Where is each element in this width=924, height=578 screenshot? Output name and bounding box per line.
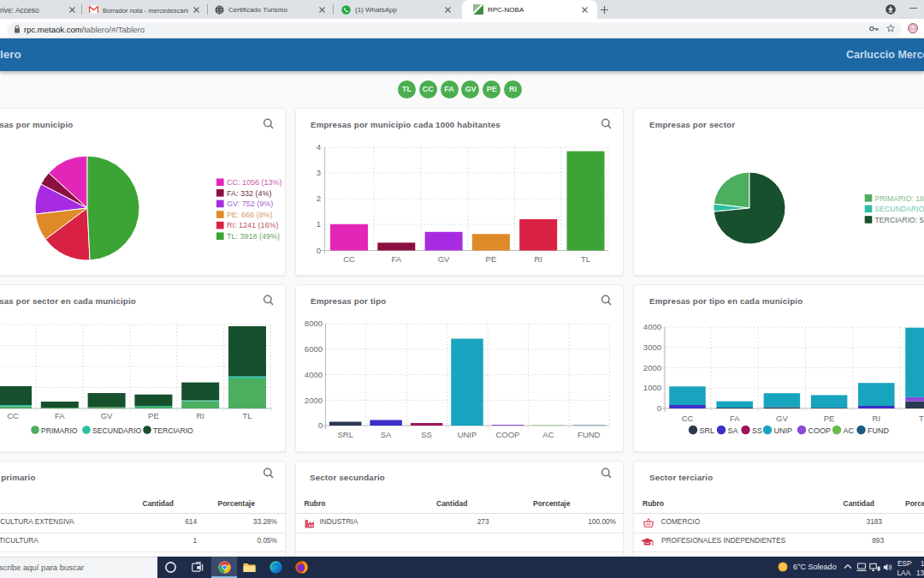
svg-text:TL: TL [919,414,924,423]
svg-text:GV: 752 (9%): GV: 752 (9%) [227,200,273,208]
svg-text:3000: 3000 [643,343,661,352]
svg-text:PE: PE [824,414,835,423]
svg-text:TERCIARIO: TERCIARIO [153,426,193,435]
svg-text:AC: AC [542,430,554,439]
svg-text:RI: RI [196,411,204,420]
svg-text:COOP: COOP [495,430,519,439]
svg-text:TL: TL [581,254,590,264]
svg-text:SA: SA [381,430,392,439]
svg-text:FUND: FUND [868,426,889,435]
svg-text:FUND: FUND [578,430,601,439]
svg-text:TL: 3918 (49%): TL: 3918 (49%) [227,232,280,241]
svg-text:PE: PE [486,254,497,264]
svg-text:PRIMARIO: 1845: PRIMARIO: 1845 [875,194,924,203]
svg-text:0: 0 [657,403,661,413]
svg-text:SECUNDARIO: SECUNDARIO [92,426,142,435]
svg-text:RI: RI [534,254,542,264]
svg-text:FA: FA [55,411,65,420]
svg-text:TL: TL [242,411,252,420]
svg-text:PRIMARIO: PRIMARIO [41,426,78,435]
svg-text:SRL: SRL [700,426,715,435]
svg-text:GV: GV [101,411,113,420]
svg-text:SS: SS [752,426,762,435]
svg-text:TERCIARIO: 5847: TERCIARIO: 5847 [875,216,924,224]
svg-text:COOP: COOP [808,426,832,435]
svg-text:RI: 1241 (16%): RI: 1241 (16%) [227,221,279,229]
svg-text:GV: GV [438,254,450,264]
svg-text:GV: GV [776,414,788,423]
svg-text:FA: FA [391,254,401,264]
svg-text:PE: PE [148,411,159,420]
svg-text:SS: SS [421,430,432,439]
svg-text:2: 2 [317,194,321,203]
svg-text:FA: FA [730,414,740,423]
svg-text:8000: 8000 [305,319,323,328]
svg-text:FA: 332 (4%): FA: 332 (4%) [227,189,272,198]
svg-text:2000: 2000 [305,396,323,405]
svg-text:CC: CC [343,254,355,264]
svg-text:PE: 666 (8%): PE: 666 (8%) [227,211,273,219]
svg-text:0: 0 [317,246,321,255]
svg-text:RI: RI [873,414,881,423]
svg-text:4: 4 [317,142,321,152]
svg-text:SECUNDARIO: 273: SECUNDARIO: 273 [875,205,924,213]
svg-text:AC: AC [844,426,855,435]
svg-text:4000: 4000 [305,370,323,379]
svg-text:UNIP: UNIP [458,430,477,439]
svg-text:SA: SA [728,426,738,435]
svg-text:0: 0 [318,420,323,430]
svg-text:1: 1 [317,219,321,229]
svg-text:SRL: SRL [337,430,352,439]
svg-text:2000: 2000 [643,363,661,372]
svg-text:1000: 1000 [643,383,661,392]
svg-text:CC: CC [7,411,19,420]
svg-text:4000: 4000 [643,322,661,331]
svg-text:CC: 1056 (13%): CC: 1056 (13%) [227,178,282,187]
svg-text:CC: CC [682,414,694,423]
svg-text:6000: 6000 [305,344,323,354]
svg-text:3: 3 [317,168,321,177]
svg-text:UNIP: UNIP [774,426,793,435]
